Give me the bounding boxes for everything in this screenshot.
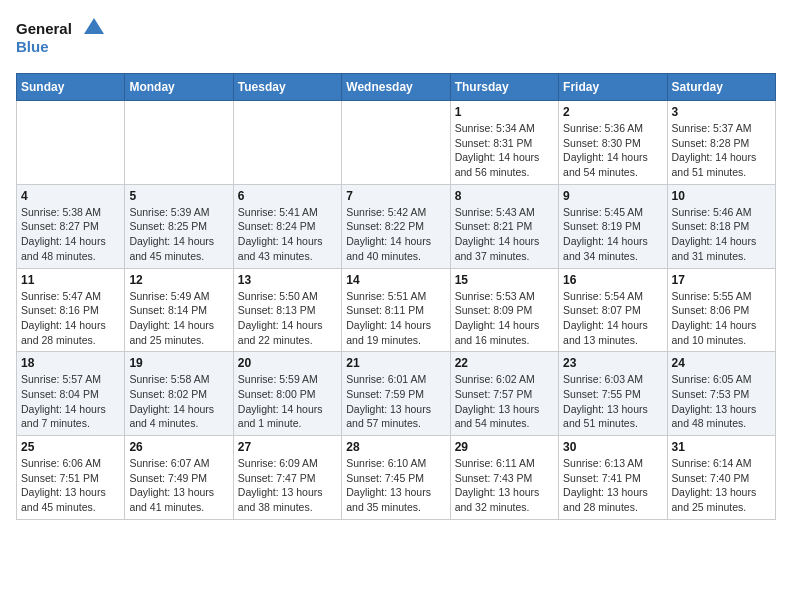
day-info: Sunrise: 5:41 AM Sunset: 8:24 PM Dayligh… xyxy=(238,205,337,264)
day-info: Sunrise: 6:14 AM Sunset: 7:40 PM Dayligh… xyxy=(672,456,771,515)
day-number: 3 xyxy=(672,105,771,119)
day-number: 10 xyxy=(672,189,771,203)
day-info: Sunrise: 5:51 AM Sunset: 8:11 PM Dayligh… xyxy=(346,289,445,348)
calendar-cell: 29Sunrise: 6:11 AM Sunset: 7:43 PM Dayli… xyxy=(450,436,558,520)
weekday-header: Thursday xyxy=(450,74,558,101)
calendar-cell xyxy=(233,101,341,185)
calendar-header-row: SundayMondayTuesdayWednesdayThursdayFrid… xyxy=(17,74,776,101)
calendar-cell: 4Sunrise: 5:38 AM Sunset: 8:27 PM Daylig… xyxy=(17,184,125,268)
day-number: 12 xyxy=(129,273,228,287)
day-number: 30 xyxy=(563,440,662,454)
calendar-cell: 6Sunrise: 5:41 AM Sunset: 8:24 PM Daylig… xyxy=(233,184,341,268)
day-number: 7 xyxy=(346,189,445,203)
calendar-cell: 14Sunrise: 5:51 AM Sunset: 8:11 PM Dayli… xyxy=(342,268,450,352)
calendar-cell: 8Sunrise: 5:43 AM Sunset: 8:21 PM Daylig… xyxy=(450,184,558,268)
weekday-header: Saturday xyxy=(667,74,775,101)
calendar-cell: 10Sunrise: 5:46 AM Sunset: 8:18 PM Dayli… xyxy=(667,184,775,268)
calendar-week-row: 11Sunrise: 5:47 AM Sunset: 8:16 PM Dayli… xyxy=(17,268,776,352)
calendar-cell: 7Sunrise: 5:42 AM Sunset: 8:22 PM Daylig… xyxy=(342,184,450,268)
day-info: Sunrise: 5:46 AM Sunset: 8:18 PM Dayligh… xyxy=(672,205,771,264)
day-info: Sunrise: 5:43 AM Sunset: 8:21 PM Dayligh… xyxy=(455,205,554,264)
day-info: Sunrise: 5:50 AM Sunset: 8:13 PM Dayligh… xyxy=(238,289,337,348)
weekday-header: Wednesday xyxy=(342,74,450,101)
calendar-cell xyxy=(17,101,125,185)
day-number: 4 xyxy=(21,189,120,203)
day-info: Sunrise: 5:36 AM Sunset: 8:30 PM Dayligh… xyxy=(563,121,662,180)
day-info: Sunrise: 6:09 AM Sunset: 7:47 PM Dayligh… xyxy=(238,456,337,515)
day-number: 17 xyxy=(672,273,771,287)
calendar-cell: 3Sunrise: 5:37 AM Sunset: 8:28 PM Daylig… xyxy=(667,101,775,185)
day-number: 27 xyxy=(238,440,337,454)
svg-marker-2 xyxy=(84,18,104,34)
day-info: Sunrise: 5:49 AM Sunset: 8:14 PM Dayligh… xyxy=(129,289,228,348)
day-number: 26 xyxy=(129,440,228,454)
day-number: 9 xyxy=(563,189,662,203)
calendar-cell: 15Sunrise: 5:53 AM Sunset: 8:09 PM Dayli… xyxy=(450,268,558,352)
day-number: 31 xyxy=(672,440,771,454)
day-number: 8 xyxy=(455,189,554,203)
calendar-cell: 5Sunrise: 5:39 AM Sunset: 8:25 PM Daylig… xyxy=(125,184,233,268)
day-number: 16 xyxy=(563,273,662,287)
day-number: 24 xyxy=(672,356,771,370)
calendar-cell: 31Sunrise: 6:14 AM Sunset: 7:40 PM Dayli… xyxy=(667,436,775,520)
day-number: 28 xyxy=(346,440,445,454)
calendar-cell: 20Sunrise: 5:59 AM Sunset: 8:00 PM Dayli… xyxy=(233,352,341,436)
svg-text:General: General xyxy=(16,20,72,37)
day-info: Sunrise: 6:01 AM Sunset: 7:59 PM Dayligh… xyxy=(346,372,445,431)
day-info: Sunrise: 6:03 AM Sunset: 7:55 PM Dayligh… xyxy=(563,372,662,431)
weekday-header: Friday xyxy=(559,74,667,101)
calendar-cell: 21Sunrise: 6:01 AM Sunset: 7:59 PM Dayli… xyxy=(342,352,450,436)
day-info: Sunrise: 5:59 AM Sunset: 8:00 PM Dayligh… xyxy=(238,372,337,431)
day-info: Sunrise: 5:57 AM Sunset: 8:04 PM Dayligh… xyxy=(21,372,120,431)
day-info: Sunrise: 6:02 AM Sunset: 7:57 PM Dayligh… xyxy=(455,372,554,431)
day-number: 19 xyxy=(129,356,228,370)
day-info: Sunrise: 5:45 AM Sunset: 8:19 PM Dayligh… xyxy=(563,205,662,264)
calendar-cell: 13Sunrise: 5:50 AM Sunset: 8:13 PM Dayli… xyxy=(233,268,341,352)
day-info: Sunrise: 5:39 AM Sunset: 8:25 PM Dayligh… xyxy=(129,205,228,264)
day-info: Sunrise: 5:54 AM Sunset: 8:07 PM Dayligh… xyxy=(563,289,662,348)
calendar-cell: 27Sunrise: 6:09 AM Sunset: 7:47 PM Dayli… xyxy=(233,436,341,520)
day-info: Sunrise: 5:47 AM Sunset: 8:16 PM Dayligh… xyxy=(21,289,120,348)
calendar-cell: 17Sunrise: 5:55 AM Sunset: 8:06 PM Dayli… xyxy=(667,268,775,352)
calendar-cell: 1Sunrise: 5:34 AM Sunset: 8:31 PM Daylig… xyxy=(450,101,558,185)
day-number: 13 xyxy=(238,273,337,287)
calendar-table: SundayMondayTuesdayWednesdayThursdayFrid… xyxy=(16,73,776,520)
calendar-week-row: 25Sunrise: 6:06 AM Sunset: 7:51 PM Dayli… xyxy=(17,436,776,520)
calendar-cell: 22Sunrise: 6:02 AM Sunset: 7:57 PM Dayli… xyxy=(450,352,558,436)
weekday-header: Monday xyxy=(125,74,233,101)
day-info: Sunrise: 6:13 AM Sunset: 7:41 PM Dayligh… xyxy=(563,456,662,515)
day-info: Sunrise: 5:34 AM Sunset: 8:31 PM Dayligh… xyxy=(455,121,554,180)
calendar-cell: 26Sunrise: 6:07 AM Sunset: 7:49 PM Dayli… xyxy=(125,436,233,520)
day-number: 20 xyxy=(238,356,337,370)
day-number: 5 xyxy=(129,189,228,203)
day-info: Sunrise: 6:10 AM Sunset: 7:45 PM Dayligh… xyxy=(346,456,445,515)
day-info: Sunrise: 5:58 AM Sunset: 8:02 PM Dayligh… xyxy=(129,372,228,431)
logo-svg: General Blue xyxy=(16,16,106,61)
calendar-week-row: 18Sunrise: 5:57 AM Sunset: 8:04 PM Dayli… xyxy=(17,352,776,436)
logo: General Blue xyxy=(16,16,106,61)
day-number: 11 xyxy=(21,273,120,287)
weekday-header: Tuesday xyxy=(233,74,341,101)
calendar-cell: 23Sunrise: 6:03 AM Sunset: 7:55 PM Dayli… xyxy=(559,352,667,436)
page-header: General Blue xyxy=(16,16,776,61)
calendar-week-row: 4Sunrise: 5:38 AM Sunset: 8:27 PM Daylig… xyxy=(17,184,776,268)
day-number: 18 xyxy=(21,356,120,370)
calendar-cell: 11Sunrise: 5:47 AM Sunset: 8:16 PM Dayli… xyxy=(17,268,125,352)
day-number: 6 xyxy=(238,189,337,203)
calendar-cell: 18Sunrise: 5:57 AM Sunset: 8:04 PM Dayli… xyxy=(17,352,125,436)
calendar-cell: 25Sunrise: 6:06 AM Sunset: 7:51 PM Dayli… xyxy=(17,436,125,520)
calendar-cell: 30Sunrise: 6:13 AM Sunset: 7:41 PM Dayli… xyxy=(559,436,667,520)
calendar-cell: 16Sunrise: 5:54 AM Sunset: 8:07 PM Dayli… xyxy=(559,268,667,352)
day-number: 15 xyxy=(455,273,554,287)
day-number: 21 xyxy=(346,356,445,370)
calendar-cell: 28Sunrise: 6:10 AM Sunset: 7:45 PM Dayli… xyxy=(342,436,450,520)
day-info: Sunrise: 5:53 AM Sunset: 8:09 PM Dayligh… xyxy=(455,289,554,348)
day-number: 1 xyxy=(455,105,554,119)
day-info: Sunrise: 6:06 AM Sunset: 7:51 PM Dayligh… xyxy=(21,456,120,515)
calendar-cell: 19Sunrise: 5:58 AM Sunset: 8:02 PM Dayli… xyxy=(125,352,233,436)
svg-text:Blue: Blue xyxy=(16,38,49,55)
day-info: Sunrise: 6:05 AM Sunset: 7:53 PM Dayligh… xyxy=(672,372,771,431)
calendar-cell: 2Sunrise: 5:36 AM Sunset: 8:30 PM Daylig… xyxy=(559,101,667,185)
day-number: 23 xyxy=(563,356,662,370)
calendar-cell: 12Sunrise: 5:49 AM Sunset: 8:14 PM Dayli… xyxy=(125,268,233,352)
